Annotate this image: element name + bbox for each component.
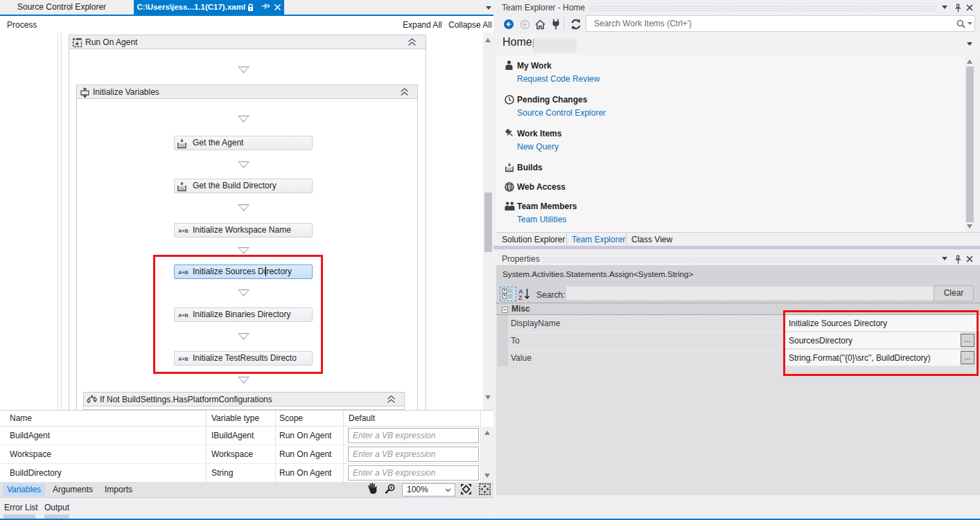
svg-text:Z: Z bbox=[518, 294, 523, 301]
